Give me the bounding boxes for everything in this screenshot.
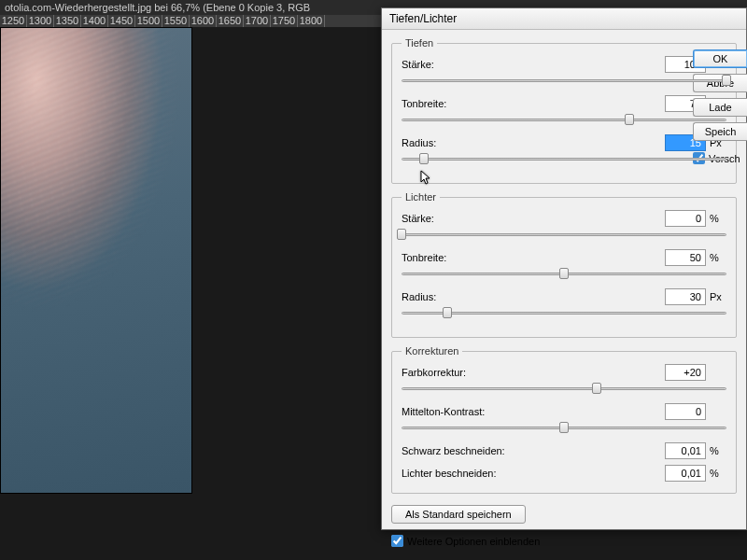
- midtone-contrast-label: Mittelton-Kontrast:: [402, 406, 665, 417]
- highlights-radius-input[interactable]: [665, 288, 706, 305]
- midtone-contrast-input[interactable]: [665, 403, 706, 420]
- midtone-contrast-row: Mittelton-Kontrast:: [402, 403, 726, 420]
- color-correction-row: Farbkorrektur:: [402, 364, 726, 381]
- more-options-label: Weitere Optionen einblenden: [407, 536, 540, 547]
- highlights-legend: Lichter: [402, 191, 440, 203]
- shadows-radius-row: Radius: Px: [402, 134, 726, 151]
- shadows-tonal-label: Tonbreite:: [402, 98, 665, 109]
- more-options-row[interactable]: Weitere Optionen einblenden: [391, 535, 737, 547]
- midtone-contrast-slider[interactable]: [402, 422, 726, 435]
- highlights-tonal-slider[interactable]: [402, 268, 726, 281]
- slider-thumb[interactable]: [419, 153, 429, 164]
- adjustments-legend: Korrekturen: [402, 345, 462, 357]
- highlights-radius-row: Radius: Px: [402, 288, 726, 305]
- save-as-default-button[interactable]: Als Standard speichern: [391, 505, 526, 524]
- highlights-amount-row: Stärke: %: [402, 210, 726, 227]
- highlights-tonal-row: Tonbreite: %: [402, 249, 726, 266]
- white-clip-label: Lichter beschneiden:: [402, 468, 665, 479]
- shadows-amount-label: Stärke:: [402, 59, 665, 70]
- shadows-group: Tiefen Stärke: % Tonbreite: % Radius: Px: [391, 37, 737, 184]
- highlights-radius-slider[interactable]: [402, 307, 726, 320]
- slider-thumb[interactable]: [625, 114, 634, 125]
- color-correction-input[interactable]: [665, 364, 706, 381]
- shadows-amount-slider[interactable]: [402, 75, 726, 88]
- black-clip-label: Schwarz beschneiden:: [402, 445, 665, 456]
- image-content: [0, 27, 192, 364]
- highlights-radius-unit: Px: [710, 291, 726, 302]
- highlights-amount-input[interactable]: [665, 210, 706, 227]
- canvas-area[interactable]: [0, 27, 192, 494]
- white-clip-input[interactable]: [665, 465, 706, 482]
- shadows-tonal-row: Tonbreite: %: [402, 95, 726, 112]
- white-clip-row: Lichter beschneiden: %: [402, 465, 726, 482]
- highlights-amount-label: Stärke:: [402, 213, 665, 224]
- highlights-group: Lichter Stärke: % Tonbreite: % Radius: P…: [391, 191, 737, 338]
- highlights-tonal-input[interactable]: [665, 249, 706, 266]
- dialog-title: Tiefen/Lichter: [382, 8, 746, 30]
- white-clip-unit: %: [710, 468, 726, 479]
- slider-thumb[interactable]: [592, 383, 601, 394]
- color-correction-slider[interactable]: [402, 383, 726, 396]
- slider-thumb[interactable]: [559, 268, 569, 279]
- shadows-amount-row: Stärke: %: [402, 56, 726, 73]
- black-clip-input[interactable]: [665, 442, 706, 459]
- shadows-tonal-slider[interactable]: [402, 114, 726, 127]
- black-clip-unit: %: [710, 445, 726, 456]
- adjustments-group: Korrekturen Farbkorrektur: Mittelton-Kon…: [391, 345, 737, 494]
- shadows-highlights-dialog: Tiefen/Lichter OK Abbre Lade Speich Vors…: [381, 7, 747, 530]
- shadows-legend: Tiefen: [402, 37, 437, 49]
- image-canvas[interactable]: [0, 27, 192, 494]
- ok-button[interactable]: OK: [693, 49, 747, 68]
- more-options-checkbox[interactable]: [391, 535, 403, 547]
- shadows-radius-label: Radius:: [402, 137, 665, 148]
- color-correction-label: Farbkorrektur:: [402, 367, 665, 378]
- highlights-tonal-unit: %: [710, 252, 726, 263]
- slider-thumb[interactable]: [397, 229, 406, 240]
- highlights-tonal-label: Tonbreite:: [402, 252, 665, 263]
- highlights-amount-unit: %: [710, 213, 726, 224]
- highlights-radius-label: Radius:: [402, 291, 665, 302]
- slider-thumb[interactable]: [722, 75, 731, 86]
- shadows-radius-slider[interactable]: [402, 153, 726, 166]
- slider-thumb[interactable]: [443, 307, 452, 318]
- black-clip-row: Schwarz beschneiden: %: [402, 442, 726, 459]
- slider-thumb[interactable]: [559, 422, 569, 433]
- highlights-amount-slider[interactable]: [402, 229, 726, 242]
